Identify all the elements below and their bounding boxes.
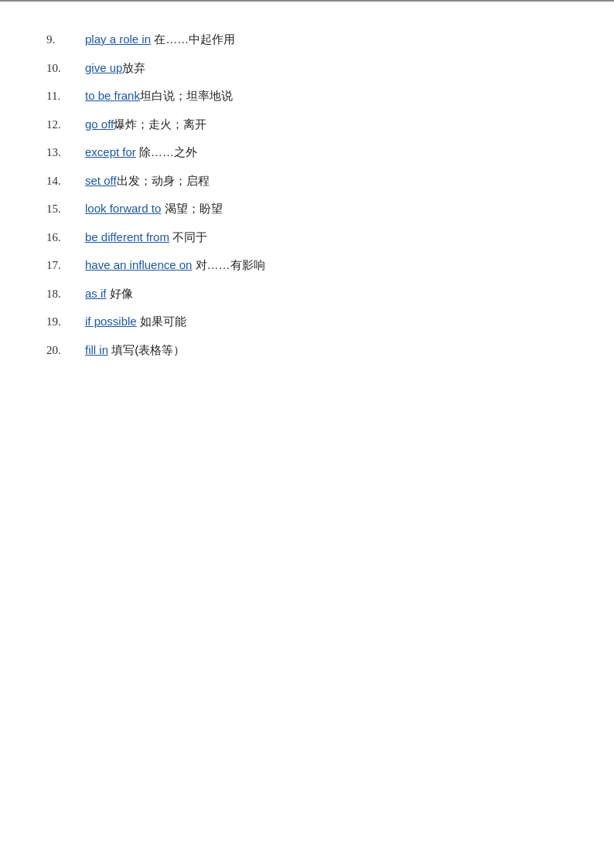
phrase-translation: 出发；动身；启程 <box>117 174 210 187</box>
phrase-content: give up放弃 <box>85 58 145 78</box>
phrase-link[interactable]: to be frank <box>85 89 140 102</box>
list-item: 10.give up放弃 <box>46 58 568 79</box>
item-number: 12. <box>46 115 85 135</box>
item-number: 17. <box>46 256 85 276</box>
phrase-translation: 爆炸；走火；离开 <box>114 117 206 131</box>
phrase-link[interactable]: except for <box>85 145 136 158</box>
list-item: 20.fill in 填写(表格等） <box>46 340 568 361</box>
item-number: 14. <box>46 172 85 192</box>
phrase-translation: 如果可能 <box>137 315 186 328</box>
item-number: 18. <box>46 284 85 305</box>
phrase-link[interactable]: if possible <box>85 315 137 328</box>
item-number: 20. <box>46 341 85 361</box>
phrase-translation: 放弃 <box>122 61 145 74</box>
phrase-link[interactable]: go off <box>85 117 114 131</box>
phrase-list: 9.play a role in 在……中起作用10.give up放弃11.t… <box>46 29 568 360</box>
phrase-translation: 填写(表格等） <box>108 343 185 356</box>
list-item: 14.set off出发；动身；启程 <box>46 171 568 192</box>
item-number: 9. <box>46 30 85 50</box>
phrase-content: as if 好像 <box>85 284 133 304</box>
phrase-content: fill in 填写(表格等） <box>85 340 185 360</box>
list-item: 15.look forward to 渴望；盼望 <box>46 199 568 220</box>
item-number: 19. <box>46 312 85 332</box>
phrase-translation: 不同于 <box>169 230 207 243</box>
phrase-translation: 在……中起作用 <box>151 32 235 46</box>
list-item: 19.if possible 如果可能 <box>46 311 568 332</box>
page: 9.play a role in 在……中起作用10.give up放弃11.t… <box>0 0 614 868</box>
phrase-link[interactable]: as if <box>85 287 107 300</box>
phrase-translation: 好像 <box>107 287 133 300</box>
list-item: 12.go off爆炸；走火；离开 <box>46 114 568 135</box>
phrase-content: if possible 如果可能 <box>85 311 186 332</box>
top-border <box>0 0 614 2</box>
phrase-content: play a role in 在……中起作用 <box>85 29 235 49</box>
phrase-content: except for 除……之外 <box>85 142 197 162</box>
content: 9.play a role in 在……中起作用10.give up放弃11.t… <box>0 15 614 399</box>
phrase-content: set off出发；动身；启程 <box>85 171 210 191</box>
list-item: 9.play a role in 在……中起作用 <box>46 29 568 50</box>
item-number: 13. <box>46 143 85 163</box>
phrase-content: look forward to 渴望；盼望 <box>85 199 223 219</box>
phrase-content: be different from 不同于 <box>85 227 207 247</box>
phrase-link[interactable]: play a role in <box>85 32 151 46</box>
item-number: 11. <box>46 87 85 107</box>
list-item: 11.to be frank坦白说；坦率地说 <box>46 86 568 107</box>
phrase-translation: 渴望；盼望 <box>161 202 222 215</box>
phrase-content: have an influence on 对……有影响 <box>85 255 265 275</box>
item-number: 15. <box>46 199 85 220</box>
phrase-link[interactable]: give up <box>85 61 122 74</box>
phrase-link[interactable]: fill in <box>85 343 108 356</box>
list-item: 18.as if 好像 <box>46 284 568 305</box>
phrase-translation: 坦白说；坦率地说 <box>140 89 233 102</box>
phrase-content: to be frank坦白说；坦率地说 <box>85 86 233 106</box>
item-number: 10. <box>46 59 85 79</box>
list-item: 17.have an influence on 对……有影响 <box>46 255 568 276</box>
phrase-link[interactable]: set off <box>85 174 117 187</box>
phrase-content: go off爆炸；走火；离开 <box>85 114 206 134</box>
phrase-link[interactable]: look forward to <box>85 202 161 215</box>
phrase-translation: 对……有影响 <box>192 258 264 271</box>
phrase-translation: 除……之外 <box>136 145 197 158</box>
list-item: 13.except for 除……之外 <box>46 142 568 163</box>
item-number: 16. <box>46 228 85 248</box>
list-item: 16.be different from 不同于 <box>46 227 568 248</box>
phrase-link[interactable]: have an influence on <box>85 258 192 271</box>
phrase-link[interactable]: be different from <box>85 230 169 243</box>
